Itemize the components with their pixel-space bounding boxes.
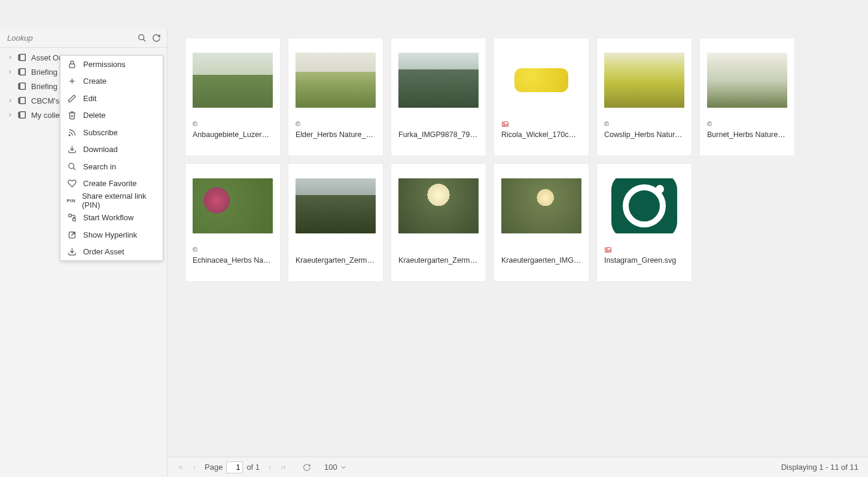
svg-line-1 xyxy=(143,40,145,41)
thumbnail-wrap xyxy=(391,38,486,116)
menu-item[interactable]: Search in xyxy=(60,158,163,175)
asset-card[interactable]: Ricola_Wickel_170cm_RG... xyxy=(494,38,589,156)
menu-item[interactable]: Edit xyxy=(60,90,163,107)
asset-grid: © Anbaugebiete_Luzerner_... © Elder_Herb… xyxy=(185,38,857,281)
first-page-button[interactable] xyxy=(175,461,188,474)
menu-item[interactable]: Create xyxy=(60,73,163,90)
card-meta: Kraeutergarten_Zermatt_... xyxy=(391,242,486,269)
thumbnail xyxy=(296,53,376,108)
menu-item[interactable]: Download xyxy=(60,141,163,159)
last-page-button[interactable] xyxy=(276,461,290,474)
card-meta: © Echinacea_Herbs Nature_... xyxy=(185,242,280,269)
svg-point-13 xyxy=(504,123,505,124)
svg-rect-7 xyxy=(19,84,20,89)
svg-rect-18 xyxy=(69,64,75,68)
thumbnail-wrap xyxy=(185,164,280,242)
download-icon xyxy=(66,144,77,155)
asset-card[interactable]: © Anbaugebiete_Luzerner_... xyxy=(185,38,280,156)
thumbnail-wrap xyxy=(391,164,486,242)
svg-rect-5 xyxy=(19,69,20,74)
menu-item-label: Create Favorite xyxy=(83,179,137,188)
top-spacer xyxy=(0,0,868,29)
context-menu: PermissionsCreateEditDeleteSubscribeDown… xyxy=(60,55,163,261)
reload-button[interactable] xyxy=(300,461,313,474)
svg-line-24 xyxy=(73,168,75,169)
grid-scroll[interactable]: © Anbaugebiete_Luzerner_... © Elder_Herb… xyxy=(167,29,868,457)
asset-title: Instagram_Green.svg xyxy=(604,256,684,265)
badge-row xyxy=(398,119,479,129)
card-meta: © Anbaugebiete_Luzerner_... xyxy=(185,116,280,144)
chevron-right-icon[interactable] xyxy=(6,111,14,119)
svg-rect-8 xyxy=(20,98,25,104)
card-meta: Instagram_Green.svg xyxy=(597,242,692,269)
asset-card[interactable]: Instagram_Green.svg xyxy=(597,164,692,281)
card-meta: Kraeutergaerten_IMGP31... xyxy=(494,242,589,269)
asset-card[interactable]: Kraeutergarten_Zermatt_... xyxy=(288,164,383,281)
search-row xyxy=(0,29,167,48)
prev-page-button[interactable] xyxy=(188,461,201,474)
menu-item-label: Show Hyperlink xyxy=(83,230,137,239)
hyperlink-icon xyxy=(66,229,77,240)
page-size-select[interactable]: 100 xyxy=(324,463,347,472)
collection-icon xyxy=(17,66,28,77)
collection-icon xyxy=(17,95,28,106)
plus-icon xyxy=(66,76,77,87)
menu-item-label: Search in xyxy=(83,162,116,171)
menu-item[interactable]: Create Favorite xyxy=(60,175,163,193)
thumbnail-wrap xyxy=(597,164,692,242)
refresh-icon[interactable] xyxy=(149,31,163,45)
copyright-icon: © xyxy=(604,120,609,127)
thumbnail xyxy=(501,53,581,108)
thumbnail-wrap xyxy=(494,38,589,116)
asset-title: Kraeutergarten_Zermatt_... xyxy=(398,256,479,265)
chevron-right-icon[interactable] xyxy=(6,96,14,105)
menu-item[interactable]: Delete xyxy=(60,107,163,124)
asset-title: Ricola_Wickel_170cm_RG... xyxy=(501,130,581,139)
rss-icon xyxy=(66,127,77,138)
menu-item[interactable]: Order Asset xyxy=(60,244,163,261)
card-meta: Furka_IMGP9878_79_Ko... xyxy=(391,116,486,144)
svg-rect-9 xyxy=(19,98,20,103)
asset-card[interactable]: © Burnet_Herbs Nature_RG... xyxy=(700,38,794,156)
thumbnail xyxy=(501,178,581,233)
menu-item[interactable]: Subscribe xyxy=(60,124,163,141)
asset-card[interactable]: © Cowslip_Herbs Nature_R... xyxy=(597,38,692,156)
svg-point-23 xyxy=(68,163,74,169)
thumbnail-wrap xyxy=(597,38,692,116)
chevron-right-icon[interactable] xyxy=(6,68,14,76)
thumbnail xyxy=(398,178,479,233)
chevron-right-icon[interactable] xyxy=(6,53,14,62)
lock-icon xyxy=(66,59,77,69)
asset-title: Kraeutergaerten_IMGP31... xyxy=(501,256,581,265)
search-input[interactable] xyxy=(4,31,135,45)
svg-rect-10 xyxy=(20,112,25,119)
svg-rect-3 xyxy=(19,55,20,60)
search-icon[interactable] xyxy=(135,31,149,45)
asset-card[interactable]: Furka_IMGP9878_79_Ko... xyxy=(391,38,486,156)
card-meta: Ricola_Wickel_170cm_RG... xyxy=(494,116,589,144)
badge-row xyxy=(501,244,581,255)
content-area: © Anbaugebiete_Luzerner_... © Elder_Herb… xyxy=(167,29,868,477)
thumbnail xyxy=(604,178,684,233)
asset-card[interactable]: Kraeutergaerten_IMGP31... xyxy=(494,164,589,281)
svg-rect-25 xyxy=(68,214,71,217)
page-input[interactable] xyxy=(226,461,243,473)
svg-point-21 xyxy=(69,135,70,136)
collection-icon xyxy=(17,110,28,120)
asset-title: Anbaugebiete_Luzerner_... xyxy=(193,130,273,139)
pagination-bar: Page of 1 100 Displaying 1 - 11 of 11 xyxy=(167,457,868,477)
badge-row xyxy=(398,244,479,255)
badge-row xyxy=(501,119,581,129)
menu-item[interactable]: Permissions xyxy=(60,56,163,73)
menu-item[interactable]: Start Workflow xyxy=(60,209,163,227)
menu-item[interactable]: PINShare external link (PIN) xyxy=(60,192,163,209)
asset-card[interactable]: Kraeutergarten_Zermatt_... xyxy=(391,164,486,281)
menu-item[interactable]: Show Hyperlink xyxy=(60,226,163,244)
pager-status: Displaying 1 - 11 of 11 xyxy=(781,463,858,472)
badge-row xyxy=(604,244,684,255)
asset-card[interactable]: © Elder_Herbs Nature_RGB.... xyxy=(288,38,383,156)
next-page-button[interactable] xyxy=(263,461,276,474)
badge-row: © xyxy=(193,119,273,129)
asset-card[interactable]: © Echinacea_Herbs Nature_... xyxy=(185,164,280,281)
collection-icon xyxy=(17,52,28,63)
